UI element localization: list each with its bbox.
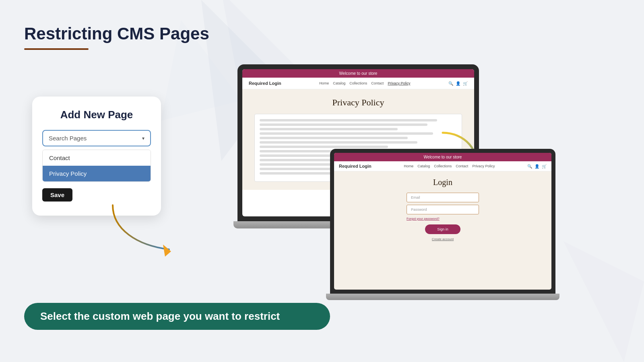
- store-banner-2: Welcome to our store: [334, 153, 551, 161]
- nav-catalog-1: Catalog: [333, 81, 345, 85]
- bottom-banner: Select the custom web page you want to r…: [24, 303, 330, 330]
- nav-contact-1: Contact: [371, 81, 384, 85]
- nav-home-1: Home: [319, 81, 329, 85]
- store-nav-1: Required Login Home Catalog Collections …: [242, 78, 474, 89]
- search-pages-dropdown[interactable]: Search Pages ▾: [42, 130, 151, 146]
- store-nav-2: Required Login Home Catalog Collections …: [334, 161, 551, 171]
- save-button[interactable]: Save: [42, 188, 72, 202]
- nav-privacy-2: Privacy Policy: [472, 164, 495, 168]
- forgot-password-link[interactable]: Forgot your password?: [407, 217, 440, 220]
- bottom-banner-text: Select the custom web page you want to r…: [40, 310, 280, 322]
- search-icon-2: 🔍: [527, 164, 532, 169]
- chevron-down-icon: ▾: [142, 136, 144, 141]
- title-underline: [24, 48, 89, 50]
- store-icons-1: 🔍 👤 🛒: [448, 81, 468, 86]
- store-banner-1: Welcome to our store: [242, 69, 474, 78]
- dropdown-item-privacy-policy[interactable]: Privacy Policy: [43, 166, 151, 181]
- dropdown-list: Contact Privacy Policy: [42, 150, 151, 182]
- email-field[interactable]: Email: [407, 193, 479, 202]
- nav-contact-2: Contact: [456, 164, 468, 168]
- password-field[interactable]: Password: [407, 205, 479, 214]
- login-page-title: Login: [433, 178, 452, 187]
- login-content: Login Email Password Forgot your passwor…: [334, 171, 551, 247]
- store-icons-2: 🔍 👤 🛒: [527, 164, 547, 169]
- nav-collections-1: Collections: [349, 81, 367, 85]
- create-account-link[interactable]: Create account: [432, 237, 454, 241]
- user-icon-1: 👤: [456, 81, 460, 86]
- cart-icon-1: 🛒: [463, 81, 468, 86]
- nav-catalog-2: Catalog: [417, 164, 430, 168]
- privacy-page-title: Privacy Policy: [254, 97, 462, 108]
- user-icon-2: 👤: [535, 164, 539, 169]
- search-placeholder: Search Pages: [49, 135, 87, 142]
- nav-privacy-1: Privacy Policy: [388, 81, 410, 85]
- store-logo-1: Required Login: [249, 81, 281, 86]
- nav-collections-2: Collections: [434, 164, 452, 168]
- card-title: Add New Page: [42, 109, 151, 121]
- signin-button[interactable]: Sign in: [425, 224, 460, 234]
- laptop-login: Welcome to our store Required Login Home…: [330, 149, 555, 300]
- search-icon-1: 🔍: [448, 81, 453, 86]
- svg-marker-0: [163, 245, 171, 257]
- store-logo-2: Required Login: [339, 164, 372, 169]
- curved-arrow-decoration: [105, 197, 185, 257]
- nav-links-1: Home Catalog Collections Contact Privacy…: [319, 81, 410, 85]
- nav-home-2: Home: [404, 164, 413, 168]
- page-title: Restricting CMS Pages: [24, 24, 209, 43]
- dropdown-item-contact[interactable]: Contact: [43, 150, 151, 166]
- cart-icon-2: 🛒: [542, 164, 547, 169]
- laptop2-base: [326, 294, 559, 300]
- nav-links-2: Home Catalog Collections Contact Privacy…: [404, 164, 495, 168]
